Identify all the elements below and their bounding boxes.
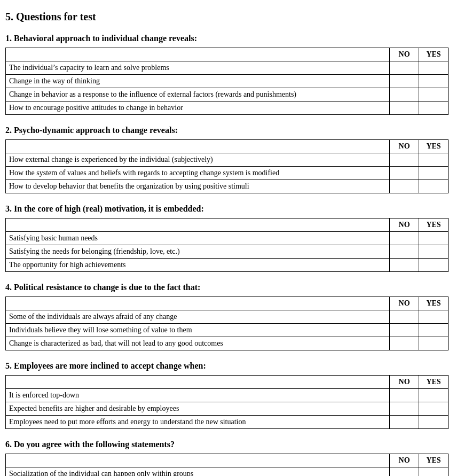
row-no-cell[interactable] — [390, 259, 419, 272]
section-table-6: NOYESSocialization of the individual can… — [5, 454, 449, 476]
col-header-yes: YES — [419, 454, 449, 467]
row-no-cell[interactable] — [390, 102, 419, 115]
table-row: Employees need to put more efforts and e… — [6, 416, 449, 429]
table-row: How to develop behavior that benefits th… — [6, 180, 449, 193]
row-text: Expected benefits are higher and desirab… — [6, 402, 390, 416]
col-header-text — [6, 219, 390, 232]
col-header-no: NO — [390, 140, 419, 153]
section-title-1: 1. Behavioral approach to individual cha… — [5, 34, 467, 43]
col-header-yes: YES — [419, 48, 449, 61]
row-yes-cell[interactable] — [419, 167, 449, 180]
row-text: It is enforced top-down — [6, 389, 390, 402]
row-no-cell[interactable] — [390, 180, 419, 193]
row-no-cell[interactable] — [390, 153, 419, 167]
table-row: Change in the way of thinking — [6, 75, 449, 88]
col-header-no: NO — [390, 454, 419, 467]
table-row: How to encourage positive attitudes to c… — [6, 102, 449, 115]
col-header-text — [6, 140, 390, 153]
row-text: How the system of values and beliefs wit… — [6, 167, 390, 180]
table-row: Expected benefits are higher and desirab… — [6, 402, 449, 416]
row-text: The individual’s capacity to learn and s… — [6, 61, 390, 75]
row-text: Change in behavior as a response to the … — [6, 88, 390, 102]
row-yes-cell[interactable] — [419, 245, 449, 259]
section-table-1: NOYESThe individual’s capacity to learn … — [5, 48, 449, 115]
row-text: Individuals believe they will lose somet… — [6, 324, 390, 337]
section-table-5: NOYESIt is enforced top-downExpected ben… — [5, 375, 449, 429]
col-header-yes: YES — [419, 297, 449, 310]
table-row: Change is characterized as bad, that wil… — [6, 337, 449, 350]
row-yes-cell[interactable] — [419, 88, 449, 102]
row-text: The opportunity for high achievements — [6, 259, 390, 272]
row-no-cell[interactable] — [390, 88, 419, 102]
section-title-5: 5. Employees are more inclined to accept… — [5, 361, 467, 371]
row-no-cell[interactable] — [390, 324, 419, 337]
row-yes-cell[interactable] — [419, 180, 449, 193]
row-yes-cell[interactable] — [419, 232, 449, 245]
table-row: The individual’s capacity to learn and s… — [6, 61, 449, 75]
col-header-text — [6, 48, 390, 61]
table-row: Some of the individuals are always afrai… — [6, 310, 449, 324]
row-no-cell[interactable] — [390, 416, 419, 429]
row-no-cell[interactable] — [390, 402, 419, 416]
row-text: Satisfying the needs for belonging (frie… — [6, 245, 390, 259]
row-no-cell[interactable] — [390, 310, 419, 324]
row-no-cell[interactable] — [390, 389, 419, 402]
row-text: Change in the way of thinking — [6, 75, 390, 88]
col-header-text — [6, 297, 390, 310]
row-yes-cell[interactable] — [419, 102, 449, 115]
row-yes-cell[interactable] — [419, 467, 449, 477]
col-header-no: NO — [390, 48, 419, 61]
table-row: Individuals believe they will lose somet… — [6, 324, 449, 337]
col-header-yes: YES — [419, 376, 449, 389]
row-text: Satisfying basic human needs — [6, 232, 390, 245]
table-row: Socialization of the individual can happ… — [6, 467, 449, 477]
row-no-cell[interactable] — [390, 337, 419, 350]
col-header-yes: YES — [419, 140, 449, 153]
table-row: How external change is experienced by th… — [6, 153, 449, 167]
table-row: Satisfying basic human needs — [6, 232, 449, 245]
section-table-4: NOYESSome of the individuals are always … — [5, 296, 449, 350]
row-no-cell[interactable] — [390, 167, 419, 180]
row-no-cell[interactable] — [390, 245, 419, 259]
row-yes-cell[interactable] — [419, 324, 449, 337]
row-text: Some of the individuals are always afrai… — [6, 310, 390, 324]
col-header-no: NO — [390, 376, 419, 389]
row-text: How to encourage positive attitudes to c… — [6, 102, 390, 115]
row-text: Employees need to put more efforts and e… — [6, 416, 390, 429]
section-title-6: 6. Do you agree with the following state… — [5, 440, 467, 449]
section-table-3: NOYESSatisfying basic human needsSatisfy… — [5, 218, 449, 272]
row-yes-cell[interactable] — [419, 310, 449, 324]
row-yes-cell[interactable] — [419, 389, 449, 402]
page-title: 5. Questions for test — [5, 11, 467, 23]
row-text: Socialization of the individual can happ… — [6, 467, 390, 477]
row-text: Change is characterized as bad, that wil… — [6, 337, 390, 350]
row-yes-cell[interactable] — [419, 61, 449, 75]
section-table-2: NOYESHow external change is experienced … — [5, 139, 449, 193]
col-header-no: NO — [390, 219, 419, 232]
row-yes-cell[interactable] — [419, 337, 449, 350]
row-no-cell[interactable] — [390, 61, 419, 75]
table-row: Satisfying the needs for belonging (frie… — [6, 245, 449, 259]
section-title-2: 2. Psycho-dynamic approach to change rev… — [5, 126, 467, 135]
col-header-text — [6, 454, 390, 467]
row-yes-cell[interactable] — [419, 416, 449, 429]
row-yes-cell[interactable] — [419, 402, 449, 416]
row-yes-cell[interactable] — [419, 75, 449, 88]
section-title-4: 4. Political resistance to change is due… — [5, 283, 467, 292]
row-yes-cell[interactable] — [419, 153, 449, 167]
row-no-cell[interactable] — [390, 232, 419, 245]
table-row: How the system of values and beliefs wit… — [6, 167, 449, 180]
table-row: It is enforced top-down — [6, 389, 449, 402]
table-row: Change in behavior as a response to the … — [6, 88, 449, 102]
col-header-no: NO — [390, 297, 419, 310]
row-yes-cell[interactable] — [419, 259, 449, 272]
row-no-cell[interactable] — [390, 467, 419, 477]
row-no-cell[interactable] — [390, 75, 419, 88]
col-header-text — [6, 376, 390, 389]
col-header-yes: YES — [419, 219, 449, 232]
row-text: How external change is experienced by th… — [6, 153, 390, 167]
table-row: The opportunity for high achievements — [6, 259, 449, 272]
row-text: How to develop behavior that benefits th… — [6, 180, 390, 193]
section-title-3: 3. In the core of high (real) motivation… — [5, 204, 467, 214]
